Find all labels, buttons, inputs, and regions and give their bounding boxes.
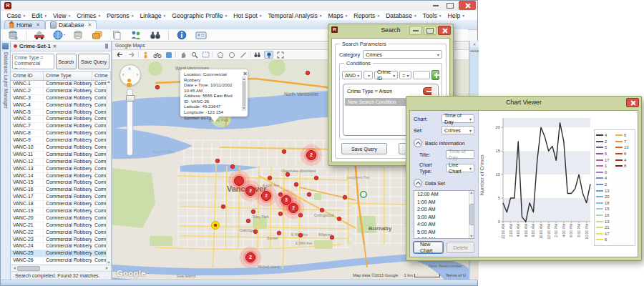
menu-persons[interactable]: Persons▾ <box>104 12 137 19</box>
table-row[interactable]: VANC-12Commercial RobberyComm <box>11 159 111 166</box>
line-tool-icon[interactable] <box>238 51 248 59</box>
boolean-operator-select[interactable]: AND <box>342 71 362 79</box>
table-row[interactable]: VANC-3Commercial RobberyComm <box>11 95 111 102</box>
title-bar[interactable]: R <box>1 1 477 11</box>
id-card-icon[interactable] <box>195 30 208 40</box>
menu-maps[interactable]: Maps▾ <box>325 12 351 19</box>
fullscreen-icon[interactable] <box>275 51 285 59</box>
category-select[interactable]: Crimes <box>363 50 442 59</box>
crime-marker[interactable] <box>277 231 281 235</box>
terms-link[interactable]: Terms of U <box>446 273 466 277</box>
query-input[interactable]: Crime Type = Commercial Robbery <box>12 54 54 69</box>
bicycle-icon[interactable] <box>152 51 162 59</box>
table-row[interactable]: VANC-20Commercial RobberyComm <box>11 215 111 222</box>
data-set-scrollbar[interactable] <box>469 191 474 238</box>
scroll-up-icon[interactable] <box>243 78 245 80</box>
table-row[interactable]: VANC-18Commercial RobberyComm <box>11 201 111 208</box>
data-set-item[interactable]: 3:00 AM <box>414 214 474 222</box>
documents-icon[interactable] <box>110 30 123 40</box>
paren-select[interactable] <box>364 71 373 79</box>
sliver-close-icon[interactable]: ✕ <box>473 42 476 46</box>
data-set-item[interactable]: 5:00 AM <box>414 229 474 237</box>
delete-button[interactable]: Delete <box>447 242 474 253</box>
table-row[interactable]: VANC-4Commercial RobberyComm <box>11 102 111 109</box>
crime-marker[interactable] <box>246 219 250 223</box>
folder-copy-icon[interactable] <box>91 30 104 40</box>
binoculars-icon[interactable] <box>149 30 162 40</box>
col-crime-id[interactable]: Crime ID <box>11 72 44 80</box>
police-case-icon[interactable] <box>33 30 46 40</box>
chart-viewer-titlebar[interactable]: Chart Viewer <box>406 97 641 107</box>
collapse-icon[interactable] <box>414 179 422 187</box>
crime-marker[interactable] <box>320 208 324 212</box>
persons-icon[interactable] <box>130 30 142 40</box>
table-row[interactable]: VANC-21Commercial RobberyComm <box>11 222 111 230</box>
table-row[interactable]: VANC-9Commercial RobberyComm <box>11 137 111 144</box>
search-minimize-button[interactable] <box>409 26 422 35</box>
hscroll-thumb[interactable] <box>17 266 40 271</box>
crime-marker[interactable] <box>155 85 160 89</box>
menu-edit[interactable]: Edit▾ <box>29 12 50 19</box>
table-row[interactable]: VANC-22Commercial RobberyComm <box>11 230 111 237</box>
table-row[interactable]: VANC-16Commercial RobberyComm <box>11 187 111 194</box>
search-button[interactable]: Search <box>56 54 77 69</box>
menu-crimes[interactable]: Crimes▾ <box>74 12 104 19</box>
menu-tools[interactable]: Tools▾ <box>419 12 444 19</box>
data-set-item[interactable]: 1:00 AM <box>414 199 474 207</box>
table-row[interactable]: VANC-10Commercial RobberyComm <box>11 144 111 152</box>
pan-up-icon[interactable]: ˄ <box>128 66 131 72</box>
crime-marker[interactable] <box>337 217 341 221</box>
pin-icon[interactable] <box>105 44 108 49</box>
table-row[interactable]: VANC-1Commercial RobberyComm <box>11 81 111 88</box>
table-row[interactable]: VANC-24Commercial RobberyComm <box>11 243 111 250</box>
polygon-tool-icon[interactable] <box>215 51 225 59</box>
data-set-item[interactable]: 12:00 AM <box>414 191 474 199</box>
col-crime-type[interactable]: Crime Type <box>44 72 92 80</box>
crime-marker[interactable] <box>330 235 334 240</box>
menu-linkage[interactable]: Linkage▾ <box>137 12 169 19</box>
scroll-right-icon[interactable] <box>106 267 109 270</box>
menu-hot-spot[interactable]: Hot Spot▾ <box>230 12 265 19</box>
rect-select-icon[interactable] <box>201 51 210 59</box>
sliver-header[interactable]: ✕ <box>470 41 479 47</box>
zoom-select-icon[interactable] <box>190 51 199 59</box>
info-globe-icon[interactable] <box>175 30 188 40</box>
scroll-up-icon[interactable] <box>107 81 110 83</box>
scroll-left-icon[interactable] <box>12 267 16 270</box>
scroll-up-icon[interactable] <box>470 192 473 194</box>
tab-database-close-icon[interactable]: ✕ <box>88 22 92 28</box>
tab-home[interactable]: Home ✕ <box>4 20 45 29</box>
data-set-item[interactable]: 6:00 AM <box>414 236 474 239</box>
tooltip-close-button[interactable] <box>242 71 246 75</box>
back-arrow-icon[interactable] <box>115 51 125 59</box>
cluster-marker[interactable] <box>235 177 244 186</box>
crime-set-close-icon[interactable]: ✕ <box>53 44 57 49</box>
data-set-section[interactable]: Data Set <box>414 179 474 187</box>
google-logo[interactable]: Google <box>117 269 146 277</box>
field-select[interactable]: Crime ID <box>374 71 398 79</box>
chart-type-select[interactable]: Line Chart <box>446 164 474 172</box>
transit-layer-icon[interactable] <box>164 51 173 59</box>
marker-tool-icon[interactable] <box>264 51 273 59</box>
search-binoculars-icon[interactable] <box>253 51 262 59</box>
crime-marker[interactable] <box>215 159 220 163</box>
table-row[interactable]: VANC-13Commercial RobberyComm <box>11 166 111 173</box>
scroll-down-icon[interactable] <box>107 262 110 264</box>
crime-marker[interactable] <box>294 182 298 187</box>
table-row[interactable]: VANC-2Commercial RobberyComm <box>11 88 111 95</box>
crime-marker[interactable] <box>268 176 272 180</box>
table-row[interactable]: VANC-11Commercial RobberyComm <box>11 152 111 159</box>
minimize-button[interactable] <box>429 1 443 10</box>
table-row[interactable]: VANC-6Commercial RobberyComm <box>11 116 111 123</box>
globe-layers-icon[interactable] <box>52 30 65 40</box>
tab-database[interactable]: Database ✕ <box>45 20 97 29</box>
table-row[interactable]: VANC-23Commercial RobberyComm <box>11 237 111 244</box>
table-row[interactable]: VANC-8Commercial RobberyComm <box>11 130 111 137</box>
new-chart-button[interactable]: New Chart <box>414 242 443 253</box>
pegman-icon[interactable] <box>141 51 150 59</box>
scroll-thumb[interactable] <box>469 204 474 225</box>
crime-marker[interactable] <box>230 164 235 169</box>
condition-value-input[interactable] <box>413 71 430 79</box>
collapse-icon[interactable] <box>414 139 422 147</box>
table-row[interactable]: VANC-5Commercial RobberyComm <box>11 109 111 117</box>
